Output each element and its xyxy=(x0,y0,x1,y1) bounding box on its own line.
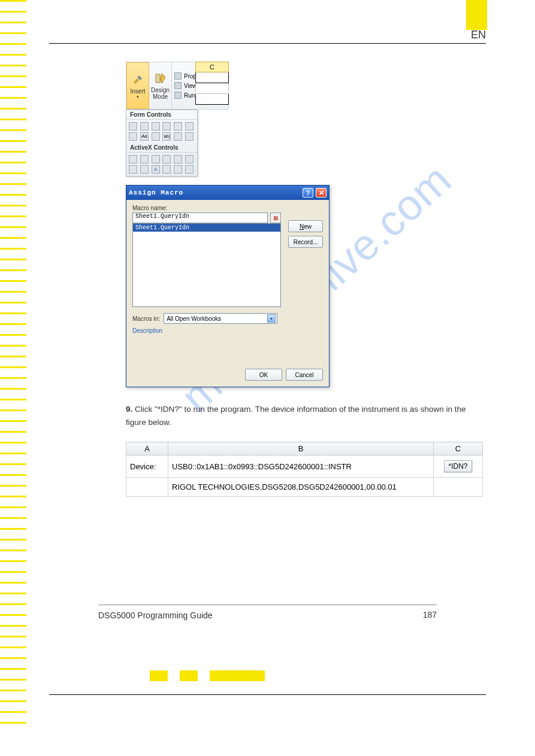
cell-a2[interactable] xyxy=(126,478,168,497)
cancel-button[interactable]: Cancel xyxy=(286,369,323,381)
macros-in-combo[interactable]: All Open Workbooks ▾ xyxy=(164,313,277,324)
form-control-11[interactable] xyxy=(174,132,182,141)
top-divider xyxy=(49,43,486,44)
macro-list[interactable]: Sheet1.QueryIdn xyxy=(132,223,281,307)
chevron-down-icon: ▾ xyxy=(267,314,276,323)
design-mode-button[interactable]: Design Mode xyxy=(149,62,172,109)
properties-icon xyxy=(174,72,182,80)
form-control-1[interactable] xyxy=(129,122,137,130)
corner-tab xyxy=(466,0,487,30)
view-code-icon xyxy=(174,82,182,89)
activex-6[interactable] xyxy=(185,155,194,163)
step-9-text: 9. Click "*IDN?" to run the program. The… xyxy=(126,403,485,429)
record-button[interactable]: Record... xyxy=(288,236,323,248)
form-control-2[interactable] xyxy=(140,122,149,130)
activex-12[interactable] xyxy=(185,165,194,174)
range-picker-button[interactable]: ▦ xyxy=(270,212,281,223)
pager-next[interactable] xyxy=(180,670,198,681)
activex-3[interactable] xyxy=(152,155,160,163)
macros-in-value: All Open Workbooks xyxy=(167,315,221,322)
column-c-header[interactable]: C xyxy=(195,62,229,72)
ruler-pencil-icon xyxy=(153,71,168,86)
table-row: RIGOL TECHNOLOGIES,DSG5208,DSG5D24260000… xyxy=(126,478,483,497)
col-b-header[interactable]: B xyxy=(168,442,434,456)
assign-macro-dialog: Assign Macro ? ✕ Macro name: Sheet1.Quer… xyxy=(126,185,330,387)
step-number: 9. xyxy=(126,405,132,414)
pagination xyxy=(150,670,265,681)
ok-button[interactable]: OK xyxy=(245,369,282,381)
help-button[interactable]: ? xyxy=(303,188,313,198)
macro-name-input[interactable]: Sheet1.QueryIdn xyxy=(132,212,268,223)
col-a-header[interactable]: A xyxy=(126,442,168,456)
activex-4[interactable] xyxy=(162,155,171,163)
form-controls-grid: Aa ab| xyxy=(126,120,197,143)
page-number: 187 xyxy=(423,610,437,620)
cell-c1[interactable]: *IDN? xyxy=(434,456,483,478)
form-control-aa[interactable]: Aa xyxy=(140,132,149,141)
form-control-3[interactable] xyxy=(152,122,160,130)
macros-in-label: Macros in: xyxy=(132,315,160,322)
form-control-7[interactable] xyxy=(129,132,137,141)
activex-8[interactable] xyxy=(140,165,149,174)
activex-11[interactable] xyxy=(174,165,182,174)
form-control-9[interactable] xyxy=(152,132,160,141)
tools-icon xyxy=(131,72,145,87)
activex-a[interactable]: A xyxy=(152,165,160,174)
guide-title: DSG5000 Programming Guide xyxy=(98,611,213,620)
design-label-1: Design xyxy=(151,87,170,93)
dialog-title: Assign Macro xyxy=(129,189,300,196)
macro-list-item[interactable]: Sheet1.QueryIdn xyxy=(133,224,280,232)
close-icon: ✕ xyxy=(319,189,324,197)
insert-dropdown: Form Controls Aa ab| ActiveX Controls xyxy=(126,110,198,177)
form-control-ab[interactable]: ab| xyxy=(162,132,171,141)
activex-2[interactable] xyxy=(140,155,149,163)
description-label: Description xyxy=(132,327,323,334)
left-margin-stripes xyxy=(0,0,26,756)
dialog-titlebar[interactable]: Assign Macro ? ✕ xyxy=(126,186,329,200)
cell-a1[interactable]: Device: xyxy=(126,456,168,478)
activex-1[interactable] xyxy=(129,155,137,163)
chevron-down-icon: ▾ xyxy=(137,95,139,99)
bottom-divider xyxy=(49,694,486,695)
insert-label: Insert xyxy=(130,88,145,95)
form-control-6[interactable] xyxy=(185,122,194,130)
pager-jump[interactable] xyxy=(210,670,265,681)
form-control-12[interactable] xyxy=(185,132,194,141)
activex-7[interactable] xyxy=(129,165,137,174)
grid-icon: ▦ xyxy=(273,215,279,221)
table-row: Device: USB0::0x1AB1::0x0993::DSG5D24260… xyxy=(126,456,483,478)
step-body: Click "*IDN?" to run the program. The de… xyxy=(126,405,466,427)
activex-controls-header: ActiveX Controls xyxy=(126,143,197,153)
activex-5[interactable] xyxy=(174,155,182,163)
form-controls-header: Form Controls xyxy=(126,110,197,120)
activex-10[interactable] xyxy=(162,165,171,174)
language-label: EN xyxy=(471,29,486,41)
cell-c2[interactable] xyxy=(434,478,483,497)
col-c-header[interactable]: C xyxy=(434,442,483,456)
new-button[interactable]: New xyxy=(288,220,323,232)
result-table: A B C Device: USB0::0x1AB1::0x0993::DSG5… xyxy=(126,442,483,497)
design-label-2: Mode xyxy=(153,93,168,100)
activex-controls-grid: A xyxy=(126,153,197,176)
close-button[interactable]: ✕ xyxy=(316,188,327,198)
form-control-5[interactable] xyxy=(174,122,182,130)
svg-rect-0 xyxy=(156,74,160,83)
footer-divider xyxy=(98,605,437,605)
idn-button[interactable]: *IDN? xyxy=(444,460,471,472)
macro-name-label: Macro name: xyxy=(132,205,323,211)
insert-button[interactable]: Insert ▾ xyxy=(126,62,149,109)
pager-prev[interactable] xyxy=(150,670,168,681)
cell-b2[interactable]: RIGOL TECHNOLOGIES,DSG5208,DSG5D24260000… xyxy=(168,478,434,497)
run-dialog-icon xyxy=(174,92,182,99)
form-control-4[interactable] xyxy=(162,122,171,130)
cell-b1[interactable]: USB0::0x1AB1::0x0993::DSG5D242600001::IN… xyxy=(168,456,434,478)
